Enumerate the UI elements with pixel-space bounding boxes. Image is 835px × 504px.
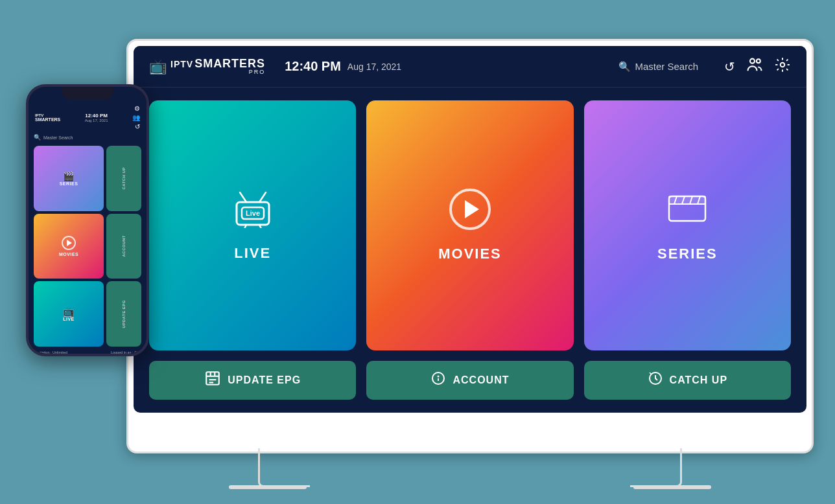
phone-search-row[interactable]: 🔍 Master Search bbox=[29, 133, 147, 143]
logo-pro: PRO bbox=[171, 69, 265, 75]
svg-point-2 bbox=[781, 62, 785, 67]
phone-frame: IPTVSMARTERS 12:40 PM Aug 17, 2021 ⚙ 👥 ↺… bbox=[26, 84, 149, 356]
svg-point-1 bbox=[757, 59, 760, 63]
movies-label: MOVIES bbox=[438, 246, 502, 262]
catch-up-button[interactable]: CATCH UP bbox=[584, 361, 791, 400]
tv-logo-icon: 📺 bbox=[149, 58, 167, 75]
phone-search-label: Master Search bbox=[43, 135, 73, 140]
phone-movies-card[interactable]: MOVIES bbox=[34, 214, 104, 279]
phone-cards: 🎬 SERIES MOVIES 📺 LIVE CATCH UP bbox=[29, 143, 147, 349]
main-cards: Live LIVE MOVIES bbox=[149, 100, 791, 350]
master-search-button[interactable]: 🔍 Master Search bbox=[618, 61, 698, 73]
epg-icon bbox=[204, 370, 221, 391]
phone-logged-in: Logged in as : ABC bbox=[111, 350, 141, 354]
phone-refresh-icon[interactable]: ↺ bbox=[135, 123, 140, 130]
phone-header: IPTVSMARTERS 12:40 PM Aug 17, 2021 ⚙ 👥 ↺ bbox=[29, 102, 147, 133]
clock-icon bbox=[648, 371, 663, 390]
action-buttons: UPDATE EPG ACCOUNT bbox=[149, 361, 791, 400]
update-epg-button[interactable]: UPDATE EPG bbox=[149, 361, 356, 400]
phone-live-label: LIVE bbox=[63, 317, 75, 321]
movies-card[interactable]: MOVIES bbox=[366, 100, 573, 350]
account-label: ACCOUNT bbox=[453, 374, 509, 386]
live-card[interactable]: Live LIVE bbox=[149, 100, 356, 350]
series-card[interactable]: SERIES bbox=[584, 100, 791, 350]
search-icon: 🔍 bbox=[618, 61, 631, 73]
phone-notch bbox=[62, 87, 113, 100]
phone-time: 12:40 PM bbox=[85, 113, 108, 119]
phone-epg-button[interactable]: UPDATE EPG bbox=[106, 281, 141, 347]
svg-line-6 bbox=[240, 192, 246, 202]
phone-series-card[interactable]: 🎬 SERIES bbox=[34, 146, 104, 211]
users-icon[interactable] bbox=[746, 56, 764, 77]
current-date: Aug 17, 2021 bbox=[347, 62, 401, 72]
phone-series-label: SERIES bbox=[60, 181, 78, 186]
refresh-button[interactable]: ↺ bbox=[724, 59, 735, 74]
phone-catchup-label: CATCH UP bbox=[122, 167, 126, 190]
svg-line-7 bbox=[259, 192, 266, 202]
logo-smarters: SMARTERS bbox=[194, 58, 265, 69]
clapboard-icon bbox=[666, 189, 708, 233]
phone-account-button[interactable]: ACCOUNT bbox=[106, 214, 141, 279]
svg-text:Live: Live bbox=[246, 209, 260, 217]
play-icon bbox=[449, 189, 491, 230]
settings-button[interactable] bbox=[774, 56, 791, 77]
info-icon bbox=[430, 371, 446, 390]
phone-catchup-button[interactable]: CATCH UP bbox=[106, 146, 141, 211]
tv-frame: 📺 IPTV SMARTERS PRO 12:40 PM Aug 17, 202… bbox=[126, 39, 814, 453]
tv-header: 📺 IPTV SMARTERS PRO 12:40 PM Aug 17, 202… bbox=[134, 46, 806, 87]
tv-content: Live LIVE MOVIES bbox=[134, 87, 806, 413]
phone-play-circle bbox=[62, 236, 76, 250]
phone-side-column: CATCH UP ACCOUNT UPDATE EPG bbox=[106, 146, 141, 347]
phone-logo: IPTVSMARTERS bbox=[35, 113, 60, 122]
update-epg-label: UPDATE EPG bbox=[228, 374, 301, 386]
current-time: 12:40 PM bbox=[285, 59, 341, 74]
svg-point-0 bbox=[750, 59, 755, 63]
phone-epg-label: UPDATE EPG bbox=[122, 300, 126, 328]
phone-main-column: 🎬 SERIES MOVIES 📺 LIVE bbox=[34, 146, 104, 347]
phone-series-icon: 🎬 bbox=[63, 171, 75, 181]
app-logo: 📺 IPTV SMARTERS PRO bbox=[149, 58, 265, 75]
catch-up-label: CATCH UP bbox=[670, 374, 727, 386]
logo-iptv: IPTV bbox=[171, 60, 193, 69]
phone-live-card[interactable]: 📺 LIVE bbox=[34, 281, 104, 347]
live-tv-icon: Live bbox=[230, 189, 276, 236]
search-label: Master Search bbox=[635, 61, 698, 72]
account-button[interactable]: ACCOUNT bbox=[366, 361, 573, 400]
series-label: SERIES bbox=[657, 246, 718, 262]
phone-bottom-info: Expiration : Unlimited Logged in as : AB… bbox=[29, 349, 147, 354]
live-label: LIVE bbox=[234, 245, 271, 262]
phone-settings-icon[interactable]: ⚙ bbox=[134, 105, 140, 112]
phone-live-icon: 📺 bbox=[63, 306, 75, 317]
phone-account-label: ACCOUNT bbox=[122, 235, 126, 257]
phone-movies-label: MOVIES bbox=[59, 252, 78, 257]
phone-search-icon: 🔍 bbox=[34, 134, 41, 141]
tv-screen: 📺 IPTV SMARTERS PRO 12:40 PM Aug 17, 202… bbox=[134, 46, 806, 413]
phone-users-icon[interactable]: 👥 bbox=[132, 114, 140, 121]
phone-date: Aug 17, 2021 bbox=[85, 119, 108, 122]
phone-screen: IPTVSMARTERS 12:40 PM Aug 17, 2021 ⚙ 👥 ↺… bbox=[29, 87, 147, 354]
phone-expiration: Expiration : Unlimited bbox=[34, 350, 67, 354]
